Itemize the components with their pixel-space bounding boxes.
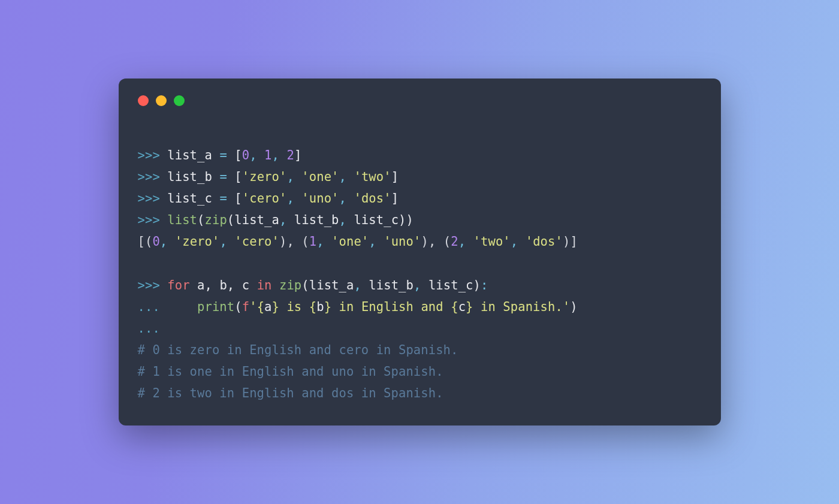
- code-line: >>> list_b = ['zero', 'one', 'two']: [138, 170, 399, 184]
- string-quote: ': [563, 300, 570, 314]
- output-text: ), (: [421, 234, 451, 249]
- bracket: ]: [391, 191, 399, 206]
- repl-prompt: >>>: [138, 191, 160, 206]
- string-literal: 'uno': [384, 234, 421, 249]
- comment: # 0 is zero in English and cero in Spani…: [138, 343, 458, 357]
- string-literal: 'two': [354, 170, 391, 184]
- number-literal: 2: [451, 234, 458, 249]
- paren: (: [301, 278, 309, 292]
- fstring-brace: }: [324, 300, 331, 314]
- comma: ,: [249, 148, 256, 162]
- colon: :: [481, 278, 488, 292]
- string-literal: 'cero': [234, 234, 279, 249]
- identifier: list_a: [309, 278, 354, 292]
- output-text: ), (: [279, 234, 309, 249]
- identifier: list_c: [167, 191, 212, 206]
- bracket: [: [234, 191, 242, 206]
- bracket: [: [234, 170, 242, 184]
- paren: (: [227, 213, 234, 227]
- comma: ,: [369, 234, 376, 249]
- string-text: in English and: [331, 300, 451, 314]
- string-literal: 'dos': [526, 234, 563, 249]
- identifier: list_c: [428, 278, 473, 292]
- paren: ): [406, 213, 414, 227]
- indent: [160, 300, 197, 314]
- comma: ,: [316, 234, 324, 249]
- maximize-button[interactable]: [174, 95, 185, 106]
- code-line: >>> list(zip(list_a, list_b, list_c)): [138, 213, 414, 227]
- comma: ,: [339, 170, 346, 184]
- code-line: >>> for a, b, c in zip(list_a, list_b, l…: [138, 278, 488, 292]
- fstring-prefix: f: [242, 300, 249, 314]
- code-line: >>> list_a = [0, 1, 2]: [138, 148, 302, 162]
- number-literal: 2: [286, 148, 294, 162]
- traffic-lights: [138, 95, 702, 106]
- string-literal: 'zero': [242, 170, 287, 184]
- comma: ,: [414, 278, 421, 292]
- comma: ,: [458, 234, 466, 249]
- operator: =: [219, 191, 227, 206]
- string-literal: 'two': [473, 234, 511, 249]
- identifier: list_a: [167, 148, 212, 162]
- code-block: >>> list_a = [0, 1, 2] >>> list_b = ['ze…: [138, 123, 702, 404]
- fstring-expr: b: [316, 300, 324, 314]
- fstring-brace: {: [309, 300, 316, 314]
- comma: ,: [279, 213, 286, 227]
- paren: ): [570, 300, 577, 314]
- string-text: is: [279, 300, 309, 314]
- comma: ,: [354, 278, 361, 292]
- bracket: ]: [294, 148, 301, 162]
- minimize-button[interactable]: [156, 95, 167, 106]
- identifier: list_b: [167, 170, 212, 184]
- string-literal: 'one': [331, 234, 369, 249]
- paren: (: [197, 213, 204, 227]
- string-literal: 'dos': [354, 191, 391, 206]
- paren: ): [473, 278, 481, 292]
- fstring-expr: c: [458, 300, 466, 314]
- string-quote: ': [249, 300, 256, 314]
- fstring-brace: }: [466, 300, 473, 314]
- identifier: list_a: [234, 213, 279, 227]
- number-literal: 1: [264, 148, 271, 162]
- string-literal: 'one': [301, 170, 339, 184]
- code-line: >>> list_c = ['cero', 'uno', 'dos']: [138, 191, 399, 206]
- string-literal: 'cero': [242, 191, 287, 206]
- repl-continuation: ...: [138, 321, 160, 336]
- builtin-function: print: [197, 300, 234, 314]
- number-literal: 0: [152, 234, 159, 249]
- string-literal: 'zero': [175, 234, 220, 249]
- string-text: in Spanish.: [473, 300, 563, 314]
- fstring-brace: {: [257, 300, 264, 314]
- comma: ,: [219, 234, 227, 249]
- comma: ,: [272, 148, 279, 162]
- builtin-function: list: [167, 213, 197, 227]
- code-line: # 0 is zero in English and cero in Spani…: [138, 343, 458, 357]
- code-line: # 1 is one in English and uno in Spanish…: [138, 364, 443, 379]
- close-button[interactable]: [138, 95, 149, 106]
- comment: # 1 is one in English and uno in Spanish…: [138, 364, 443, 379]
- fstring-brace: }: [272, 300, 279, 314]
- operator: =: [219, 148, 227, 162]
- identifier: list_c: [354, 213, 399, 227]
- repl-prompt: >>>: [138, 170, 160, 184]
- builtin-function: zip: [205, 213, 227, 227]
- identifier: a, b, c: [197, 278, 249, 292]
- number-literal: 0: [242, 148, 249, 162]
- comma: ,: [511, 234, 518, 249]
- string-literal: 'uno': [301, 191, 339, 206]
- comma: ,: [339, 191, 346, 206]
- repl-continuation: ...: [138, 300, 160, 314]
- output-text: )]: [563, 234, 578, 249]
- bracket: ]: [391, 170, 399, 184]
- identifier: list_b: [369, 278, 414, 292]
- comma: ,: [286, 191, 294, 206]
- fstring-brace: {: [451, 300, 458, 314]
- code-line: ...: [138, 321, 160, 336]
- bracket: [: [234, 148, 242, 162]
- keyword: for: [167, 278, 189, 292]
- code-line: ... print(f'{a} is {b} in English and {c…: [138, 300, 578, 314]
- comma: ,: [339, 213, 346, 227]
- repl-prompt: >>>: [138, 213, 160, 227]
- code-line: [(0, 'zero', 'cero'), (1, 'one', 'uno'),…: [138, 234, 578, 249]
- operator: =: [219, 170, 227, 184]
